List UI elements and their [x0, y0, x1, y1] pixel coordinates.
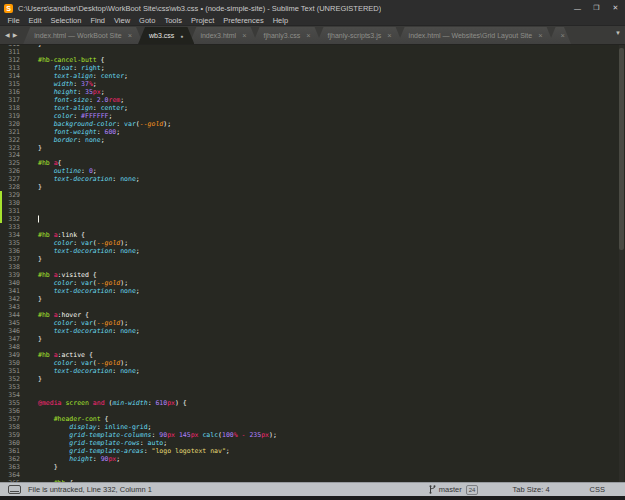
syntax-indicator[interactable]: CSS	[590, 485, 605, 494]
code-line[interactable]: 345 color: var(--gold);	[0, 319, 625, 327]
code-line[interactable]: 360 grid-template-rows: auto;	[0, 439, 625, 447]
code-line[interactable]: 357 #header-cont {	[0, 415, 625, 423]
code-line[interactable]: 339#hb a:visited {	[0, 271, 625, 279]
code-line[interactable]: 351 text-decoration: none;	[0, 367, 625, 375]
tab-index-html-workboot-site[interactable]: index.html — WorkBoot Site×	[23, 27, 143, 44]
code-line[interactable]: 354	[0, 391, 625, 399]
tab-index-html-websites-grid-layout-site[interactable]: index.html — Websites\Grid Layout Site×	[398, 27, 554, 44]
menu-tools[interactable]: Tools	[160, 16, 187, 25]
code-line[interactable]: 356	[0, 407, 625, 415]
menu-view[interactable]: View	[109, 16, 134, 25]
code-line[interactable]: 358 display: inline-grid;	[0, 423, 625, 431]
tab-fjhanly-scripts3-js[interactable]: fjhanly-scripts3.js×	[317, 27, 403, 44]
code-line[interactable]: 348	[0, 343, 625, 351]
code-line[interactable]: 338	[0, 263, 625, 271]
minimize-icon[interactable]: —	[568, 0, 587, 16]
code-line[interactable]: 318 text-align: center;	[0, 104, 625, 112]
menu-selection[interactable]: Selection	[46, 16, 86, 25]
code-token: }	[38, 375, 42, 383]
code-line[interactable]: 327 text-decoration: none;	[0, 175, 625, 183]
code-line[interactable]: 333	[0, 223, 625, 231]
code-line[interactable]: 311	[0, 48, 625, 56]
scrollbar-track[interactable]	[619, 45, 624, 482]
code-line[interactable]: 346 text-decoration: none;	[0, 327, 625, 335]
code-line[interactable]: 317 font-size: 2.0rem;	[0, 96, 625, 104]
code-editor[interactable]: 310}311312#hb-cancel-butt {313 float: ri…	[0, 45, 625, 482]
code-line[interactable]: 336 text-decoration: none;	[0, 247, 625, 255]
menu-project[interactable]: Project	[186, 16, 218, 25]
code-text: grid-template-columns: 90px 145px calc(1…	[38, 431, 277, 439]
code-line[interactable]: 340 color: var(--gold);	[0, 279, 625, 287]
tab-close-icon[interactable]: ×	[538, 31, 542, 40]
menu-preferences[interactable]: Preferences	[219, 16, 268, 25]
code-line[interactable]: 321 font-weight: 600;	[0, 128, 625, 136]
tab-wb3-css[interactable]: wb3.css●	[138, 27, 194, 44]
tab-partial[interactable]: ×	[549, 27, 571, 44]
menu-edit[interactable]: Edit	[24, 16, 46, 25]
scrollbar-thumb[interactable]	[619, 48, 624, 250]
code-line[interactable]: 330	[0, 199, 625, 207]
menu-help[interactable]: Help	[268, 16, 292, 25]
code-line[interactable]: 331	[0, 207, 625, 215]
code-line[interactable]: 319 color: #FFFFFF;	[0, 112, 625, 120]
code-line[interactable]: 355@media screen and (min-width: 610px) …	[0, 399, 625, 407]
git-branch-indicator[interactable]: master 24	[429, 485, 479, 495]
line-number: 318	[0, 104, 20, 112]
code-line[interactable]: 329	[0, 191, 625, 199]
code-line[interactable]: 343	[0, 303, 625, 311]
tab-close-icon[interactable]: ×	[561, 31, 565, 40]
tab-overflow-icon[interactable]: ▼	[615, 30, 621, 36]
maximize-icon[interactable]: ❐	[587, 0, 606, 16]
menu-goto[interactable]: Goto	[135, 16, 160, 25]
tab-close-icon[interactable]: ×	[387, 31, 391, 40]
code-line[interactable]: 363 }	[0, 463, 625, 471]
panel-toggle-icon[interactable]	[8, 485, 21, 494]
code-line[interactable]: 361 grid-template-areas: "logo logotext …	[0, 447, 625, 455]
code-line[interactable]: 352}	[0, 375, 625, 383]
code-line[interactable]: 313 float: right;	[0, 64, 625, 72]
tab-nav-right-icon[interactable]: ▶	[13, 32, 18, 38]
code-token: :	[73, 239, 81, 247]
code-line[interactable]: 316 height: 35px;	[0, 88, 625, 96]
code-line[interactable]: 326 outline: 0;	[0, 167, 625, 175]
code-line[interactable]: 332	[0, 215, 625, 223]
code-line[interactable]: 350 color: var(--gold);	[0, 359, 625, 367]
code-line[interactable]: 341 text-decoration: none;	[0, 287, 625, 295]
code-line[interactable]: 364	[0, 471, 625, 479]
code-line[interactable]: 328}	[0, 183, 625, 191]
code-line[interactable]: 312#hb-cancel-butt {	[0, 56, 625, 64]
tab-nav-left-icon[interactable]: ◀	[5, 32, 10, 38]
code-token: ;	[167, 120, 171, 128]
tab-index3-html[interactable]: index3.html×	[189, 27, 257, 44]
tab-close-icon[interactable]: ×	[242, 31, 246, 40]
code-line[interactable]: 334#hb a:link {	[0, 231, 625, 239]
code-line[interactable]: 362 height: 90px;	[0, 455, 625, 463]
code-line[interactable]: 315 width: 37%;	[0, 80, 625, 88]
code-token: color	[54, 319, 74, 327]
menu-find[interactable]: Find	[86, 16, 110, 25]
code-line[interactable]: 353	[0, 383, 625, 391]
code-line[interactable]: 325#hb a{	[0, 159, 625, 167]
code-token	[38, 112, 54, 120]
code-line[interactable]: 359 grid-template-columns: 90px 145px ca…	[0, 431, 625, 439]
code-line[interactable]: 323}	[0, 144, 625, 152]
code-token: --gold	[97, 359, 120, 367]
tab-size-indicator[interactable]: Tab Size: 4	[512, 485, 549, 494]
close-icon[interactable]: ✕	[606, 0, 625, 16]
line-number: 328	[0, 183, 20, 191]
code-line[interactable]: 344#hb a:hover {	[0, 311, 625, 319]
tab-close-icon[interactable]: ×	[306, 31, 310, 40]
code-line[interactable]: 324	[0, 151, 625, 159]
menu-file[interactable]: File	[3, 16, 24, 25]
tab-fjhanly3-css[interactable]: fjhanly3.css×	[253, 27, 322, 44]
code-line[interactable]: 337}	[0, 255, 625, 263]
code-line[interactable]: 349#hb a:active {	[0, 351, 625, 359]
code-line[interactable]: 320 background-color: var(--gold);	[0, 120, 625, 128]
code-line[interactable]: 342}	[0, 295, 625, 303]
code-line[interactable]: 335 color: var(--gold);	[0, 239, 625, 247]
line-number: 352	[0, 375, 20, 383]
tab-close-icon[interactable]: ×	[128, 31, 132, 40]
code-line[interactable]: 322 border: none;	[0, 136, 625, 144]
code-line[interactable]: 314 text-align: center;	[0, 72, 625, 80]
code-line[interactable]: 347}	[0, 335, 625, 343]
